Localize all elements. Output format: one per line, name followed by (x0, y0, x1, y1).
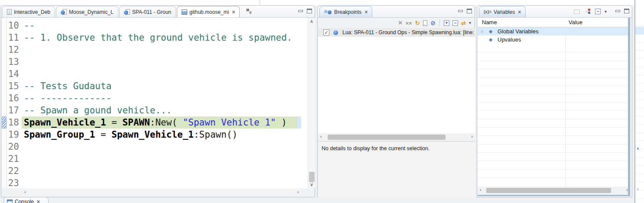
code-line-14[interactable] (22, 68, 307, 80)
editor-tab-github-moose-mi[interactable]: github.moose_mi× (177, 6, 240, 17)
code-line-17[interactable]: -- Spawn a gound vehicle... (22, 104, 307, 116)
editor-tab-moose-dynamic-l[interactable]: Moose_Dynamic_L (56, 6, 118, 17)
code-line-13[interactable] (22, 56, 307, 68)
scroll-left-icon[interactable]: ‹ (637, 145, 639, 151)
selected-row-remnant (635, 27, 644, 35)
editor-vertical-scrollbar[interactable]: ∧ ∨ (308, 18, 315, 188)
close-icon[interactable]: × (364, 10, 368, 14)
breakpoint-row[interactable]: ✓Lua: SPA-011 - Ground Ops - Simple Spaw… (318, 28, 475, 37)
tab-breakpoints[interactable]: Breakpoints × (319, 6, 372, 17)
variable-row-global-variables[interactable]: ›◆Global Variables (478, 27, 628, 35)
code-line-18[interactable]: Spawn_Vehicle_1 = SPAWN:New( "Spawn Vehi… (22, 116, 307, 129)
grid-line (478, 127, 630, 128)
code-line-10[interactable]: -- (22, 19, 307, 32)
scroll-down-icon[interactable]: ∨ (310, 182, 313, 187)
breakpoint-details-pane: No details to display for the current se… (318, 141, 475, 197)
window-file-icon (182, 10, 187, 15)
code-line-12[interactable] (22, 44, 307, 56)
breakpoints-list[interactable]: ✓Lua: SPA-011 - Ground Ops - Simple Spaw… (318, 28, 475, 133)
code-segment: = (106, 117, 123, 128)
view-menu-button[interactable]: ▾ (605, 10, 607, 14)
tab-label: SPA-011 - Groun (132, 9, 171, 15)
code-segment: -- (24, 20, 35, 31)
maximize-icon[interactable] (467, 9, 472, 13)
editor-tab-spa-011-groun[interactable]: SPA-011 - Groun (119, 6, 176, 17)
adjacent-window-edge: ‹ ‹ (634, 0, 644, 203)
scroll-right-icon[interactable]: › (626, 187, 628, 192)
scroll-up-icon[interactable]: ∧ (310, 19, 313, 24)
remove-breakpoint-button[interactable]: × (398, 19, 402, 26)
variables-tabbar: (x)= Variables × −▾ (477, 6, 632, 18)
scroll-left-icon[interactable]: ‹ (24, 190, 26, 194)
code-editor[interactable]: 1011121314151617181920212223 ---- 1. Obs… (2, 18, 315, 188)
line-number: 14 (7, 68, 19, 80)
show-logical-structure-button[interactable] (584, 9, 591, 14)
variables-tree[interactable]: Name Value ›◆Global Variables◆Upvalues ‹… (478, 18, 630, 196)
code-line-11[interactable]: -- 1. Observe that the ground vehicle is… (22, 32, 307, 44)
variables-rows: ›◆Global Variables◆Upvalues (478, 27, 628, 44)
editor-tab-overflow-chevron[interactable]: »8 (246, 7, 251, 15)
column-header-name[interactable]: Name (482, 19, 497, 26)
skip-all-breakpoints-button[interactable]: ⊘ (430, 20, 436, 26)
maximize-icon[interactable] (307, 9, 312, 13)
expand-chevron-icon[interactable]: › (481, 27, 483, 35)
code-line-23[interactable] (22, 177, 307, 188)
minimize-icon[interactable] (615, 10, 620, 12)
code-lines[interactable]: ---- 1. Observe that the ground vehicle … (22, 19, 307, 188)
grid-line (478, 177, 630, 178)
breakpoint-checkbox[interactable]: ✓ (323, 29, 329, 35)
horizontal-scrollbar-thumb[interactable] (486, 188, 611, 193)
editor-tabbar: Interactive_DebMoose_Dynamic_LSPA-011 - … (1, 6, 315, 18)
code-line-19[interactable]: Spawn_Group_1 = Spawn_Vehicle_1:Spawn() (22, 129, 307, 141)
scroll-left-icon[interactable]: ‹ (637, 186, 639, 192)
breakpoints-horizontal-scrollbar[interactable]: ‹ › (318, 133, 475, 141)
line-number-ruler[interactable]: 1011121314151617181920212223 (7, 19, 22, 188)
variable-row-upvalues[interactable]: ◆Upvalues (478, 35, 628, 44)
editor-tab-interactive-deb[interactable]: Interactive_Deb (2, 6, 55, 17)
scroll-left-icon[interactable]: ‹ (480, 187, 481, 192)
show-breakpoints-for-target-button[interactable]: ↻ (415, 20, 420, 26)
code-line-22[interactable] (22, 165, 307, 177)
go-to-file-button[interactable] (423, 20, 427, 26)
line-number: 16 (7, 92, 19, 104)
variables-horizontal-scrollbar[interactable]: ‹ › (478, 187, 630, 194)
link-with-debug-view-button[interactable]: ⇄ (461, 20, 466, 26)
view-menu-button[interactable]: ▾ (469, 21, 471, 25)
tab-label: Interactive_Deb (14, 9, 50, 15)
tab-variables[interactable]: (x)= Variables × (479, 6, 526, 17)
editor-panel: Interactive_DebMoose_Dynamic_LSPA-011 - … (1, 5, 315, 197)
expand-all-button[interactable]: + (444, 20, 449, 26)
scroll-right-icon[interactable]: › (471, 134, 473, 139)
collapse-all-button[interactable]: − (595, 9, 601, 14)
breakpoint-ball-icon (333, 30, 338, 35)
vertical-scrollbar-thumb[interactable] (309, 172, 315, 182)
grid-line (478, 77, 630, 77)
maximize-icon[interactable] (624, 9, 629, 13)
code-segment: :New( (150, 117, 183, 128)
top-toolbar-remnant (0, 0, 644, 5)
editor-horizontal-scrollbar[interactable]: ‹ › (22, 188, 302, 197)
collapse-all-button[interactable]: − (452, 20, 458, 26)
annotation-ruler[interactable] (2, 18, 7, 188)
grid-line (478, 110, 630, 111)
close-icon[interactable]: × (37, 200, 40, 203)
code-line-16[interactable]: -- ------------- (22, 92, 307, 104)
variables-header-row: Name Value (478, 18, 628, 27)
close-icon[interactable]: × (518, 10, 521, 14)
code-line-21[interactable] (22, 153, 307, 165)
code-line-20[interactable] (22, 141, 307, 153)
close-icon[interactable]: × (232, 10, 235, 14)
minimize-icon[interactable] (298, 10, 303, 12)
column-header-value[interactable]: Value (569, 19, 582, 26)
horizontal-scrollbar-thumb[interactable] (328, 135, 446, 140)
breakpoints-panel: Breakpoints × ×××↻⊘+−⇄▾ ✓Lua: SPA-011 - … (317, 5, 475, 197)
scroll-right-icon[interactable]: › (297, 190, 299, 194)
line-number: 15 (7, 80, 19, 92)
code-segment: ) (276, 117, 287, 128)
scroll-left-icon[interactable]: ‹ (320, 134, 322, 139)
remove-all-breakpoints-button[interactable]: ×× (405, 20, 412, 26)
tab-console[interactable]: Console × (3, 197, 49, 203)
lua-file-icon (61, 9, 67, 15)
minimize-icon[interactable] (458, 10, 463, 12)
code-line-15[interactable]: -- Tests Gudauta (22, 80, 307, 92)
